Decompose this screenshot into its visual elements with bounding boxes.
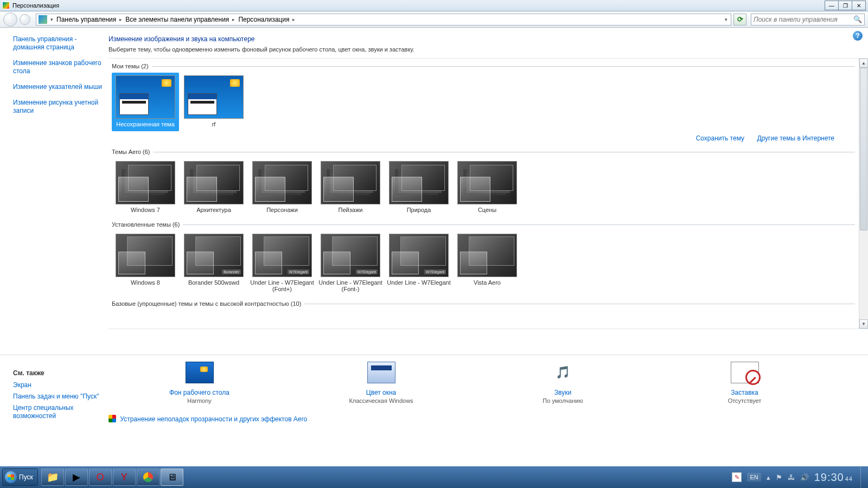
- search-input[interactable]: [754, 16, 853, 23]
- tray-clock[interactable]: 19:3044: [814, 471, 853, 484]
- show-desktop-button[interactable]: [860, 467, 866, 487]
- setting-sounds[interactable]: 🎵 Звуки По умолчанию: [509, 362, 617, 404]
- aero-troubleshoot-link[interactable]: Устранение неполадок прозрачности и друг…: [120, 415, 307, 423]
- tray-volume-icon[interactable]: 🔊: [800, 473, 809, 481]
- close-button[interactable]: ✕: [852, 1, 866, 10]
- theme-item[interactable]: W7ElegantUnder Line - W7Elegant (Font-): [317, 231, 384, 296]
- search-icon[interactable]: 🔍: [853, 15, 862, 23]
- sidebar-link-desktop-icons[interactable]: Изменение значков рабочего стола: [13, 59, 104, 75]
- see-also-panel: См. также Экран Панель задач и меню ''Пу…: [0, 362, 108, 439]
- forward-button[interactable]: [20, 14, 30, 25]
- theme-item[interactable]: Windows 8: [112, 231, 179, 296]
- scroll-thumb[interactable]: [860, 68, 867, 230]
- see-also-display[interactable]: Экран: [13, 381, 104, 389]
- theme-item[interactable]: Природа: [385, 158, 452, 217]
- language-indicator[interactable]: EN: [747, 473, 761, 481]
- taskbar-media-player[interactable]: ▶: [65, 468, 88, 486]
- chevron-right-icon[interactable]: ▸: [292, 17, 295, 22]
- tray-network-icon[interactable]: 🖧: [788, 473, 795, 481]
- sidebar-link-home[interactable]: Панель управления - домашняя страница: [13, 35, 104, 52]
- breadcrumb-item[interactable]: Все элементы панели управления: [123, 16, 231, 23]
- taskbar: Пуск 📁 ▶ O Y 🖥 ✎ EN ▴ ⚑ 🖧 🔊 19:3044: [0, 466, 868, 488]
- maximize-button[interactable]: ❐: [838, 1, 852, 10]
- theme-item[interactable]: Сцены: [454, 158, 521, 217]
- taskbar-personalization[interactable]: 🖥: [161, 468, 183, 486]
- theme-label: Сцены: [454, 207, 520, 213]
- see-also-heading: См. также: [13, 369, 104, 377]
- taskbar-chrome[interactable]: [137, 468, 159, 486]
- theme-label: Under Line - W7Elegant (Font-): [317, 279, 384, 292]
- theme-item[interactable]: Vista Aero: [454, 231, 521, 296]
- chevron-down-icon[interactable]: ▾: [50, 17, 53, 22]
- theme-item[interactable]: W7ElegantUnder Line - W7Elegant: [385, 231, 452, 296]
- theme-item[interactable]: Пейзажи: [317, 158, 384, 217]
- see-also-taskbar[interactable]: Панель задач и меню ''Пуск'': [13, 393, 104, 401]
- setting-label[interactable]: Звуки: [509, 389, 617, 396]
- setting-window-color[interactable]: Цвет окна Классическая Windows: [327, 362, 436, 404]
- setting-label[interactable]: Цвет окна: [327, 389, 436, 396]
- theme-item[interactable]: Персонажи: [248, 158, 316, 217]
- group-aero-themes: Темы Aero (6) Windows 7АрхитектураПерсон…: [112, 149, 855, 217]
- refresh-button[interactable]: ⟳: [733, 14, 746, 25]
- group-basic-themes: Базовые (упрощенные) темы и темы с высок…: [112, 300, 855, 307]
- theme-item-rf[interactable]: rf: [180, 73, 247, 131]
- scroll-down-button[interactable]: ▼: [859, 319, 868, 329]
- start-button[interactable]: Пуск: [2, 468, 38, 486]
- sidebar-link-account-picture[interactable]: Изменение рисунка учетной записи: [13, 99, 104, 115]
- minimize-button[interactable]: —: [825, 1, 839, 10]
- taskbar-explorer[interactable]: 📁: [41, 468, 64, 486]
- breadcrumb-item[interactable]: Персонализация: [236, 16, 291, 23]
- wallpaper-icon: [186, 362, 214, 383]
- tray-tablet-icon[interactable]: ✎: [732, 472, 742, 482]
- chevron-right-icon[interactable]: ▸: [232, 17, 235, 22]
- taskbar-opera[interactable]: O: [89, 468, 112, 486]
- theme-label: Windows 7: [112, 207, 178, 213]
- chevron-right-icon[interactable]: ▸: [119, 17, 122, 22]
- theme-item-unsaved[interactable]: Несохраненная тема: [112, 73, 179, 131]
- window-title: Персонализация: [12, 2, 59, 9]
- setting-wallpaper[interactable]: Фон рабочего стола Harmony: [145, 362, 254, 404]
- breadcrumb-bar[interactable]: ▾ Панель управления ▸ Все элементы панел…: [36, 14, 731, 25]
- theme-label: Under Line - W7Elegant (Font+): [249, 279, 315, 292]
- save-theme-link[interactable]: Сохранить тему: [696, 134, 744, 142]
- setting-label[interactable]: Заставка: [691, 389, 799, 396]
- back-button[interactable]: [3, 12, 17, 27]
- setting-screensaver[interactable]: Заставка Отсутствует: [691, 362, 799, 404]
- more-themes-link[interactable]: Другие темы в Интернете: [757, 134, 834, 142]
- theme-item[interactable]: W7ElegantUnder Line - W7Elegant (Font+): [248, 231, 316, 296]
- history-dropdown-icon[interactable]: ▾: [725, 17, 727, 22]
- group-title: Установленные темы (6): [112, 221, 180, 228]
- shield-icon: [108, 415, 116, 422]
- vertical-scrollbar[interactable]: ▲ ▼: [859, 59, 868, 329]
- search-box[interactable]: 🔍: [751, 14, 865, 25]
- theme-item[interactable]: BoranderBorander 500wswd: [180, 231, 247, 296]
- setting-value: Harmony: [145, 397, 254, 404]
- aero-troubleshoot: Устранение неполадок прозрачности и друг…: [108, 415, 868, 423]
- theme-label: Несохраненная тема: [112, 121, 178, 127]
- setting-value: Классическая Windows: [327, 397, 436, 404]
- tray-expand-icon[interactable]: ▴: [767, 473, 770, 481]
- app-icon: [2, 2, 10, 9]
- theme-item[interactable]: Архитектура: [180, 158, 247, 217]
- help-icon[interactable]: ?: [853, 31, 863, 41]
- clock-seconds: 44: [845, 476, 853, 482]
- themes-scroll-area: Мои темы (2) Несохраненная тема rf Сохра…: [108, 58, 868, 329]
- theme-label: Borander 500wswd: [181, 279, 247, 286]
- bottom-panel: См. также Экран Панель задач и меню ''Пу…: [0, 355, 868, 439]
- setting-value: По умолчанию: [509, 397, 617, 404]
- start-label: Пуск: [19, 473, 33, 481]
- setting-label[interactable]: Фон рабочего стола: [145, 389, 254, 396]
- group-title: Темы Aero (6): [112, 149, 150, 155]
- tray-flag-icon[interactable]: ⚑: [776, 473, 782, 481]
- group-installed-themes: Установленные темы (6) Windows 8Borander…: [112, 221, 855, 296]
- scroll-up-button[interactable]: ▲: [859, 59, 868, 68]
- sidebar-link-pointers[interactable]: Изменение указателей мыши: [13, 83, 104, 91]
- settings-row: Фон рабочего стола Harmony Цвет окна Кла…: [108, 362, 868, 404]
- taskbar-yandex[interactable]: Y: [113, 468, 136, 486]
- theme-label: Пейзажи: [317, 207, 384, 213]
- theme-item[interactable]: Windows 7: [112, 158, 179, 217]
- breadcrumb-item[interactable]: Панель управления: [54, 16, 118, 23]
- see-also-accessibility[interactable]: Центр специальных возможностей: [13, 404, 104, 420]
- page-subheading: Выберите тему, чтобы одновременно измени…: [108, 46, 868, 53]
- theme-label: Vista Aero: [454, 279, 520, 286]
